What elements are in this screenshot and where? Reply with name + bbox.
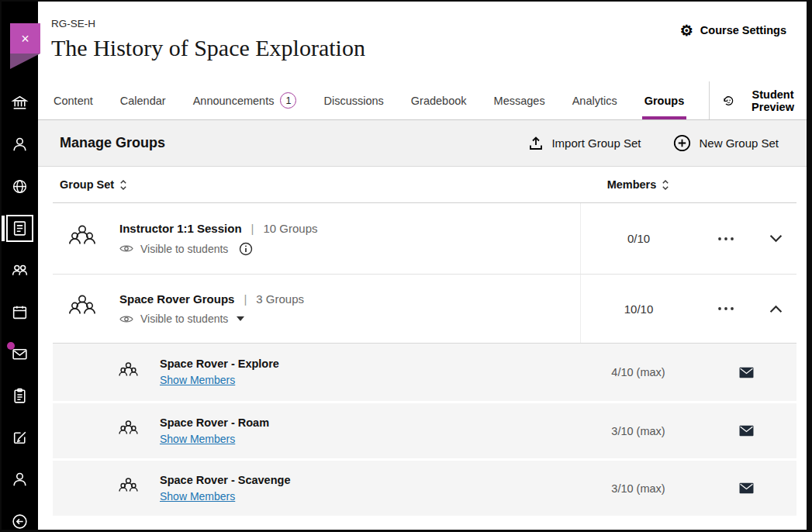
group-set-row-instructor-11-session: Instructor 1:1 Session | 10 Groups Visib… (53, 203, 796, 275)
eye-icon (119, 244, 133, 254)
app-sidebar: × (2, 2, 38, 530)
group-icon (118, 361, 139, 385)
show-members-link[interactable]: Show Members (160, 374, 235, 386)
visibility-label: Visible to students (140, 313, 228, 325)
group-set-column-header[interactable]: Group Set (53, 178, 580, 191)
gear-icon: ⚙ (680, 23, 693, 38)
subgroup-name: Space Rover - Explore (160, 358, 580, 370)
overflow-dots-icon (717, 237, 734, 241)
overflow-menu-button[interactable] (714, 233, 738, 244)
announcements-count-badge: 1 (280, 92, 296, 109)
group-count: 10 Groups (263, 222, 317, 235)
manage-groups-title: Manage Groups (60, 135, 165, 151)
members-column-header[interactable]: Members (580, 178, 696, 191)
student-preview-icon (722, 92, 735, 110)
course-settings-label: Course Settings (700, 24, 786, 36)
show-members-link[interactable]: Show Members (160, 433, 235, 445)
course-page: × (0, 0, 812, 532)
clipboard-icon[interactable] (11, 387, 29, 405)
document-icon[interactable] (11, 219, 29, 237)
course-header: RG-SE-H The History of Space Exploration… (38, 2, 807, 81)
tab-analytics[interactable]: Analytics (570, 81, 620, 119)
caret-down-icon (237, 316, 244, 321)
show-members-link[interactable]: Show Members (160, 490, 235, 503)
group-set-row-space-rover-groups: Space Rover Groups | 3 Groups Visible to… (53, 275, 796, 343)
eye-icon (119, 314, 133, 324)
subgroup-row-scavenge: Space Rover - Scavenge Show Members 3/10… (53, 458, 796, 516)
new-label: New Group Set (699, 136, 779, 150)
message-group-button[interactable] (736, 479, 757, 497)
student-preview-label: Student Preview (742, 88, 803, 113)
overflow-dots-icon (717, 306, 734, 311)
group-icon (118, 419, 139, 443)
info-button[interactable] (239, 242, 253, 256)
expand-row-button[interactable] (766, 231, 786, 246)
subgroup-list: Space Rover - Explore Show Members 4/10 … (53, 343, 796, 516)
page-title: The History of Space Exploration (51, 35, 365, 61)
plus-circle-icon (673, 134, 691, 152)
import-group-set-button[interactable]: Import Group Set (523, 135, 645, 152)
envelope-icon (739, 482, 754, 494)
arrow-circle-icon[interactable] (11, 513, 29, 530)
subgroup-info: Space Rover - Explore Show Members (160, 358, 580, 387)
mail-badge (7, 342, 15, 350)
bank-icon[interactable] (11, 94, 29, 112)
ribbon-fold (10, 54, 40, 69)
tab-calendar[interactable]: Calendar (118, 81, 168, 119)
divider: | (244, 292, 247, 306)
main-area: RG-SE-H The History of Space Exploration… (38, 2, 807, 530)
subgroup-info: Space Rover - Scavenge Show Members (160, 474, 580, 503)
tab-gradebook[interactable]: Gradebook (409, 81, 469, 119)
chevron-up-icon (769, 305, 783, 313)
subgroup-row-explore: Space Rover - Explore Show Members 4/10 … (53, 344, 796, 401)
message-group-button[interactable] (736, 422, 757, 440)
sidebar-nav (2, 94, 38, 530)
new-group-set-button[interactable]: New Group Set (669, 133, 783, 153)
chevron-down-icon (769, 234, 783, 243)
members-count: 10/10 (580, 275, 696, 343)
group-count: 3 Groups (256, 292, 304, 306)
group-set-icon (67, 292, 97, 325)
calendar-icon[interactable] (11, 303, 29, 321)
mail-icon[interactable] (11, 345, 29, 363)
course-settings-button[interactable]: ⚙ Course Settings (676, 19, 791, 41)
subgroup-name: Space Rover - Roam (160, 416, 580, 429)
subgroup-info: Space Rover - Roam Show Members (160, 416, 580, 446)
tab-discussions[interactable]: Discussions (321, 81, 385, 119)
members-count: 0/10 (580, 203, 696, 274)
subgroup-name: Space Rover - Scavenge (160, 474, 580, 486)
people-icon[interactable] (11, 261, 29, 279)
course-code: RG-SE-H (51, 18, 365, 29)
group-icon (118, 476, 139, 500)
groups-table-header: Group Set Members (53, 167, 796, 203)
close-course-ribbon[interactable]: × (10, 23, 40, 69)
subgroup-row-roam: Space Rover - Roam Show Members 3/10 (ma… (53, 401, 796, 458)
visibility-dropdown[interactable]: Visible to students (119, 313, 244, 325)
course-tabbar: Content Calendar Announcements 1 Discuss… (38, 81, 807, 120)
group-set-info: Space Rover Groups | 3 Groups Visible to… (119, 292, 580, 325)
visibility-label: Visible to students (140, 243, 228, 255)
sort-icon (119, 179, 127, 191)
student-preview-button[interactable]: Student Preview (709, 81, 807, 119)
course-titles: RG-SE-H The History of Space Exploration (51, 13, 365, 81)
overflow-menu-button[interactable] (714, 303, 738, 314)
person-2-icon[interactable] (11, 471, 29, 489)
tab-content[interactable]: Content (51, 81, 95, 119)
group-set-name: Instructor 1:1 Session (119, 222, 242, 235)
tab-messages[interactable]: Messages (492, 81, 548, 119)
tab-groups[interactable]: Groups (642, 81, 687, 119)
tab-announcements[interactable]: Announcements 1 (191, 81, 299, 119)
manage-groups-bar: Manage Groups Import Group Set New Group… (38, 120, 807, 167)
info-icon (239, 242, 253, 256)
close-icon[interactable]: × (10, 23, 40, 54)
person-icon[interactable] (11, 136, 29, 154)
message-group-button[interactable] (736, 364, 757, 382)
subgroup-members-count: 4/10 (max) (580, 366, 696, 378)
envelope-icon (739, 367, 754, 378)
globe-icon[interactable] (11, 178, 29, 195)
manage-actions: Import Group Set New Group Set (523, 133, 783, 153)
import-label: Import Group Set (551, 136, 641, 150)
group-set-name: Space Rover Groups (119, 292, 234, 306)
collapse-row-button[interactable] (766, 302, 786, 316)
compose-icon[interactable] (11, 429, 29, 447)
